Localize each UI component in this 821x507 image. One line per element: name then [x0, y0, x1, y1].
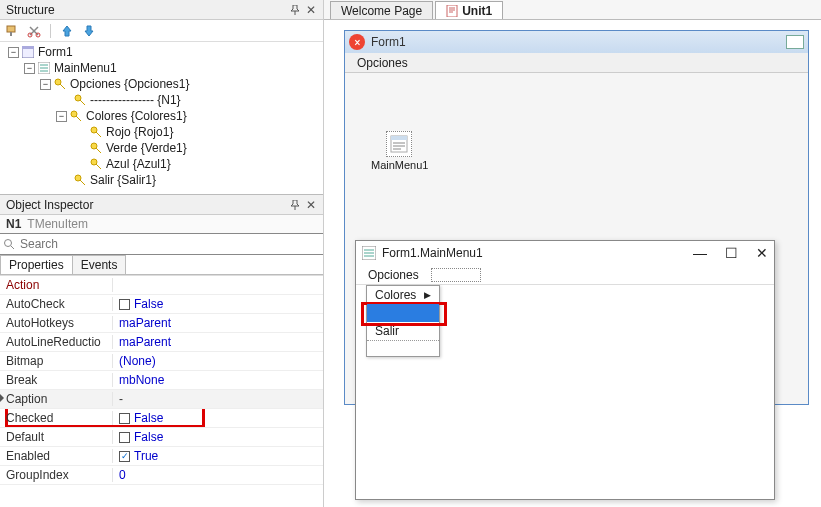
- svg-point-17: [5, 240, 12, 247]
- structure-header: Structure ✕: [0, 0, 323, 20]
- prop-row-action[interactable]: Action: [0, 276, 323, 295]
- expand-marker-icon: [0, 393, 4, 403]
- prop-row-checked[interactable]: Checked False: [0, 409, 323, 428]
- app-icon: ⨯: [349, 34, 365, 50]
- pin-icon[interactable]: [289, 4, 301, 16]
- close-icon[interactable]: ✕: [305, 4, 317, 16]
- inspector-title: Object Inspector: [6, 198, 289, 212]
- checkbox-icon[interactable]: [119, 299, 130, 310]
- brush-icon[interactable]: [4, 23, 20, 39]
- cut-icon[interactable]: [26, 23, 42, 39]
- prop-row-break[interactable]: Break mbNone: [0, 371, 323, 390]
- menuitem-icon: [69, 109, 83, 123]
- structure-toolbar: [0, 20, 323, 42]
- arrow-down-icon[interactable]: [81, 23, 97, 39]
- document-tabs: Welcome Page Unit1: [324, 0, 821, 20]
- menu-item-opciones[interactable]: Opciones: [351, 56, 414, 70]
- svg-rect-19: [447, 5, 457, 17]
- prop-row-autohotkeys[interactable]: AutoHotkeys maParent: [0, 314, 323, 333]
- checkbox-icon[interactable]: [119, 432, 130, 443]
- tree-node-form[interactable]: − Form1: [4, 44, 323, 60]
- pin-icon[interactable]: [289, 199, 301, 211]
- close-icon[interactable]: ✕: [305, 199, 317, 211]
- svg-rect-5: [22, 46, 34, 49]
- checkbox-icon[interactable]: [119, 451, 130, 462]
- inspector-header: Object Inspector ✕: [0, 195, 323, 215]
- menu-icon: [37, 61, 51, 75]
- dropdown-empty-slot[interactable]: [367, 340, 439, 356]
- svg-rect-21: [391, 136, 407, 140]
- form-titlebar[interactable]: ⨯ Form1: [345, 31, 808, 53]
- dropdown-item-colores[interactable]: Colores▶: [367, 286, 439, 304]
- form-icon: [21, 45, 35, 59]
- prop-row-default[interactable]: Default False: [0, 428, 323, 447]
- inspector-object-selector[interactable]: N1 TMenuItem: [0, 215, 323, 233]
- prop-row-autolinereduction[interactable]: AutoLineReductio maParent: [0, 333, 323, 352]
- menu-editor-titlebar[interactable]: Form1.MainMenu1 — ☐ ✕: [356, 241, 774, 265]
- tree-node-verde[interactable]: Verde {Verde1}: [4, 140, 323, 156]
- arrow-up-icon[interactable]: [59, 23, 75, 39]
- form-menubar[interactable]: Opciones: [345, 53, 808, 73]
- tree-node-opciones[interactable]: − Opciones {Opciones1}: [4, 76, 323, 92]
- collapse-icon[interactable]: −: [56, 111, 67, 122]
- tab-properties[interactable]: Properties: [0, 255, 73, 274]
- close-button[interactable]: ✕: [756, 245, 768, 261]
- prop-row-bitmap[interactable]: Bitmap (None): [0, 352, 323, 371]
- prop-row-groupindex[interactable]: GroupIndex 0: [0, 466, 323, 485]
- prop-row-caption[interactable]: Caption -: [0, 390, 323, 409]
- dropdown-item-salir[interactable]: Salir: [367, 322, 439, 340]
- component-mainmenu[interactable]: MainMenu1: [371, 131, 427, 171]
- tree-node-salir[interactable]: Salir {Salir1}: [4, 172, 323, 188]
- prop-row-enabled[interactable]: Enabled True: [0, 447, 323, 466]
- menuitem-icon: [89, 141, 103, 155]
- dropdown-menu[interactable]: Colores▶ Salir: [366, 285, 440, 357]
- search-input[interactable]: [18, 235, 323, 253]
- search-icon: [0, 238, 18, 250]
- menuitem-icon: [73, 173, 87, 187]
- property-grid[interactable]: Action AutoCheck False AutoHotkeys maPar…: [0, 275, 323, 485]
- menubar-empty-slot[interactable]: [431, 268, 481, 282]
- collapse-icon[interactable]: −: [8, 47, 19, 58]
- submenu-arrow-icon: ▶: [424, 290, 431, 300]
- menu-editor-window[interactable]: Form1.MainMenu1 — ☐ ✕ Opciones Colores▶ …: [355, 240, 775, 500]
- maximize-button[interactable]: ☐: [725, 245, 738, 261]
- dropdown-item-separator[interactable]: [367, 304, 439, 322]
- prop-row-autocheck[interactable]: AutoCheck False: [0, 295, 323, 314]
- checkbox-icon[interactable]: [119, 413, 130, 424]
- minimize-button[interactable]: —: [693, 245, 707, 261]
- svg-line-18: [11, 246, 14, 249]
- menuitem-icon: [53, 77, 67, 91]
- tree-node-rojo[interactable]: Rojo {Rojo1}: [4, 124, 323, 140]
- menuitem-icon: [89, 157, 103, 171]
- structure-tree[interactable]: − Form1 − MainMenu1 − Opciones {Opciones…: [0, 42, 323, 194]
- menu-editor-icon: [362, 246, 376, 260]
- menubar-item-opciones[interactable]: Opciones: [362, 268, 425, 282]
- maximize-icon[interactable]: [786, 35, 804, 49]
- tree-node-azul[interactable]: Azul {Azul1}: [4, 156, 323, 172]
- tree-node-separator[interactable]: ---------------- {N1}: [4, 92, 323, 108]
- tab-unit1[interactable]: Unit1: [435, 1, 503, 19]
- svg-rect-1: [10, 32, 12, 36]
- tree-node-mainmenu[interactable]: − MainMenu1: [4, 60, 323, 76]
- inspector-search[interactable]: [0, 233, 323, 255]
- mainmenu-component-icon: [386, 131, 412, 157]
- form-title: Form1: [371, 35, 406, 49]
- menu-editor-menubar[interactable]: Opciones: [356, 265, 774, 285]
- menuitem-icon: [89, 125, 103, 139]
- tab-events[interactable]: Events: [72, 255, 127, 274]
- menuitem-icon: [73, 93, 87, 107]
- tree-node-colores[interactable]: − Colores {Colores1}: [4, 108, 323, 124]
- unit-icon: [446, 5, 458, 17]
- inspector-tabs: Properties Events: [0, 255, 323, 275]
- tab-welcome[interactable]: Welcome Page: [330, 1, 433, 19]
- svg-rect-0: [7, 26, 15, 32]
- collapse-icon[interactable]: −: [24, 63, 35, 74]
- collapse-icon[interactable]: −: [40, 79, 51, 90]
- structure-title: Structure: [6, 3, 289, 17]
